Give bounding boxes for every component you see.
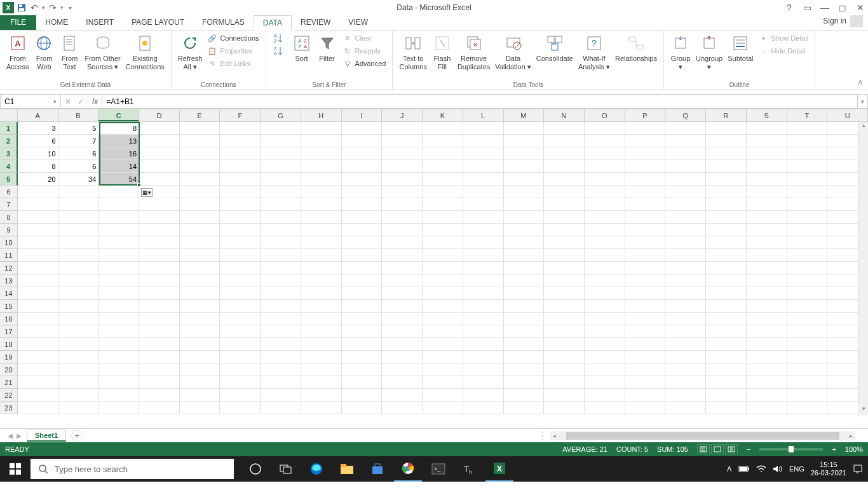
normal-view-button[interactable] (697, 444, 710, 454)
app-icon[interactable]: Th (455, 456, 483, 482)
cell-M19[interactable] (504, 351, 545, 363)
cell-Q6[interactable] (665, 186, 706, 198)
cell-O12[interactable] (585, 262, 625, 274)
cell-B6[interactable] (58, 186, 99, 198)
file-explorer-icon[interactable] (333, 456, 361, 482)
cell-P7[interactable] (625, 198, 666, 211)
cell-H21[interactable] (301, 376, 342, 389)
cell-C12[interactable] (98, 262, 139, 274)
cell-C23[interactable] (98, 402, 139, 414)
cell-M5[interactable] (504, 173, 545, 186)
cell-D8[interactable] (139, 211, 180, 224)
cell-P13[interactable] (625, 274, 666, 287)
sheet-nav-next[interactable]: ▸ (17, 430, 22, 442)
cell-F14[interactable] (220, 287, 261, 300)
cell-M6[interactable] (504, 186, 545, 198)
cell-S11[interactable] (747, 249, 787, 262)
cell-F8[interactable] (220, 211, 261, 224)
cell-O9[interactable] (585, 224, 625, 236)
autofill-options-button[interactable]: ▦▾ (141, 188, 153, 197)
cell-S10[interactable] (747, 236, 787, 249)
cell-F2[interactable] (220, 135, 261, 147)
subtotal-button[interactable]: Subtotal (725, 32, 756, 64)
cell-P8[interactable] (625, 211, 666, 224)
cell-N5[interactable] (544, 173, 585, 186)
cell-F10[interactable] (220, 236, 261, 249)
existing-connections-button[interactable]: Existing Connections (123, 32, 167, 72)
fill-handle[interactable] (137, 183, 141, 187)
cell-I14[interactable] (342, 287, 383, 300)
cell-T18[interactable] (787, 338, 828, 351)
from-other-sources-button[interactable]: From Other Sources ▾ (82, 32, 123, 72)
cell-N16[interactable] (544, 313, 585, 325)
cell-O20[interactable] (585, 363, 625, 376)
cell-I5[interactable] (342, 173, 383, 186)
cell-S19[interactable] (747, 351, 787, 363)
cell-S21[interactable] (747, 376, 787, 389)
cell-Q2[interactable] (665, 135, 706, 147)
cell-S5[interactable] (747, 173, 787, 186)
cell-I23[interactable] (342, 402, 383, 414)
cell-Q8[interactable] (665, 211, 706, 224)
cell-L17[interactable] (463, 325, 504, 338)
cell-K15[interactable] (423, 300, 463, 313)
formula-input[interactable]: =A1+B1 (102, 94, 858, 109)
store-icon[interactable] (363, 456, 391, 482)
cell-N21[interactable] (544, 376, 585, 389)
col-header-T[interactable]: T (787, 109, 828, 121)
cell-T5[interactable] (787, 173, 828, 186)
spreadsheet[interactable]: ABCDEFGHIJKLMNOPQRSTU 135826713310616486… (0, 109, 868, 428)
cell-K11[interactable] (423, 249, 463, 262)
cell-G23[interactable] (261, 402, 301, 414)
cell-R5[interactable] (706, 173, 747, 186)
cell-R3[interactable] (706, 147, 747, 160)
cell-K14[interactable] (423, 287, 463, 300)
cell-N10[interactable] (544, 236, 585, 249)
col-header-O[interactable]: O (585, 109, 625, 121)
cell-D23[interactable] (139, 402, 180, 414)
cell-M8[interactable] (504, 211, 545, 224)
cell-O1[interactable] (585, 122, 625, 135)
cell-G18[interactable] (261, 338, 301, 351)
cell-L1[interactable] (463, 122, 504, 135)
cell-E16[interactable] (180, 313, 220, 325)
cell-B17[interactable] (58, 325, 99, 338)
cell-S12[interactable] (747, 262, 787, 274)
cell-L21[interactable] (463, 376, 504, 389)
cell-S20[interactable] (747, 363, 787, 376)
cell-C6[interactable] (98, 186, 139, 198)
cell-M13[interactable] (504, 274, 545, 287)
cell-O2[interactable] (585, 135, 625, 147)
accept-formula-button[interactable]: ✓ (78, 97, 84, 106)
cell-C8[interactable] (98, 211, 139, 224)
cell-B5[interactable]: 34 (58, 173, 99, 186)
cell-B19[interactable] (58, 351, 99, 363)
cell-K9[interactable] (423, 224, 463, 236)
cell-T21[interactable] (787, 376, 828, 389)
cell-K19[interactable] (423, 351, 463, 363)
cell-S7[interactable] (747, 198, 787, 211)
cell-I6[interactable] (342, 186, 383, 198)
cell-L18[interactable] (463, 338, 504, 351)
cell-C7[interactable] (98, 198, 139, 211)
cell-R16[interactable] (706, 313, 747, 325)
cell-H7[interactable] (301, 198, 342, 211)
cell-Q20[interactable] (665, 363, 706, 376)
cell-R6[interactable] (706, 186, 747, 198)
row-header-7[interactable]: 7 (0, 198, 18, 211)
cell-Q16[interactable] (665, 313, 706, 325)
from-access-button[interactable]: A From Access (4, 32, 31, 72)
cell-D13[interactable] (139, 274, 180, 287)
row-header-16[interactable]: 16 (0, 313, 18, 325)
cell-N9[interactable] (544, 224, 585, 236)
cell-G11[interactable] (261, 249, 301, 262)
cell-E21[interactable] (180, 376, 220, 389)
cell-O22[interactable] (585, 389, 625, 402)
cell-H3[interactable] (301, 147, 342, 160)
cell-J6[interactable] (382, 186, 423, 198)
cell-I7[interactable] (342, 198, 383, 211)
cell-Q18[interactable] (665, 338, 706, 351)
cell-M2[interactable] (504, 135, 545, 147)
cell-O11[interactable] (585, 249, 625, 262)
cell-O16[interactable] (585, 313, 625, 325)
